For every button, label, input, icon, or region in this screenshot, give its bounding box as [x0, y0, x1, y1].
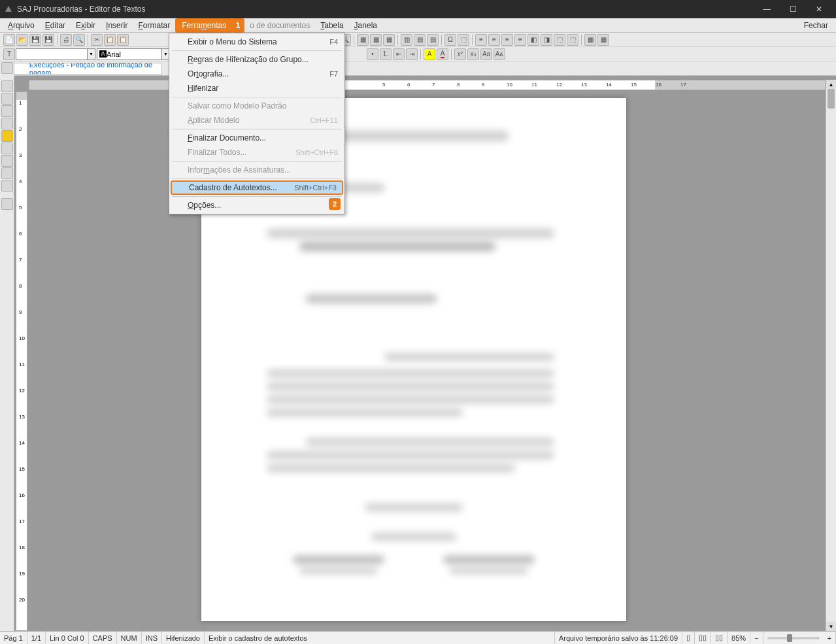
vtool-doc-icon[interactable]: [1, 93, 13, 105]
vtool-tab-icon[interactable]: [1, 62, 13, 74]
wrap-icon[interactable]: ⬚: [554, 34, 565, 46]
ruler-number: 9: [482, 82, 484, 88]
view-multi-icon[interactable]: ▯▯: [695, 632, 711, 644]
menu-exibir[interactable]: Exibir: [71, 20, 101, 31]
nowrap-icon[interactable]: ⬚: [567, 34, 578, 46]
menu-exibir-menu-sistema[interactable]: Exibir o Menu do Sistema F4: [169, 35, 344, 49]
menu-fechar[interactable]: Fechar: [799, 20, 833, 31]
vtool-page-icon[interactable]: [1, 80, 13, 92]
scroll-up-icon[interactable]: ▲: [826, 80, 836, 89]
align-justify-icon[interactable]: ≡: [514, 34, 526, 46]
ruler-number: 12: [556, 82, 562, 88]
ruler-number: 11: [531, 82, 537, 88]
vtool-highlight-icon[interactable]: [1, 130, 13, 142]
numbering-icon[interactable]: 1.: [380, 48, 392, 60]
breadcrumb-path[interactable]: Execuções - Petição de informação de pag…: [12, 63, 162, 75]
open-icon[interactable]: 📂: [16, 34, 28, 46]
status-autosave: Arquivo temporário salvo às 11:26:09: [555, 632, 682, 644]
zoom-in-button[interactable]: +: [824, 632, 836, 644]
view-single-icon[interactable]: ▯: [682, 632, 695, 644]
separator: [581, 35, 582, 45]
vertical-ruler[interactable]: 1234567891011121314151617181920: [16, 92, 27, 631]
font-color-icon[interactable]: A: [437, 48, 448, 60]
indent-dec-icon[interactable]: ⇤: [393, 48, 405, 60]
align-right-icon[interactable]: ≡: [501, 34, 513, 46]
subscript-icon[interactable]: x₂: [467, 48, 479, 60]
status-pos: Lin 0 Col 0: [46, 632, 89, 644]
status-ins[interactable]: INS: [142, 632, 162, 644]
minimize-button[interactable]: —: [754, 0, 780, 18]
borders-icon[interactable]: ▦: [383, 34, 395, 46]
menu-item-label: Exibir o Menu do Sistema: [188, 37, 277, 46]
menu-documentos[interactable]: o de documentos: [244, 20, 315, 31]
vertical-scrollbar[interactable]: ▲ ▼: [826, 80, 836, 631]
highlight-icon[interactable]: A: [424, 48, 435, 60]
grid-icon[interactable]: ▦: [370, 34, 382, 46]
bullets-icon[interactable]: •: [367, 48, 378, 60]
style-dropdown-icon[interactable]: ▼: [88, 48, 95, 60]
superscript-icon[interactable]: x²: [454, 48, 466, 60]
menu-inserir[interactable]: Inserir: [101, 20, 133, 31]
scroll-down-icon[interactable]: ▼: [826, 622, 836, 631]
vtool-stack-icon[interactable]: [1, 180, 13, 192]
smallcaps-icon[interactable]: Aᴀ: [493, 48, 505, 60]
zoom-out-button[interactable]: −: [750, 632, 763, 644]
menu-item-label: Hifenizar: [188, 84, 218, 93]
maximize-button[interactable]: ☐: [780, 0, 806, 18]
vtool-paste-icon[interactable]: [1, 143, 13, 154]
style-combo[interactable]: [16, 48, 88, 60]
cut-icon[interactable]: ✂: [91, 34, 103, 46]
horizontal-ruler[interactable]: 567891011121314151617: [29, 80, 826, 90]
print-icon[interactable]: 🖨: [60, 34, 72, 46]
menu-opcoes[interactable]: Opções...: [169, 198, 344, 212]
align-left-icon[interactable]: ≡: [475, 34, 487, 46]
vtool-grid-icon[interactable]: [1, 118, 13, 129]
close-button[interactable]: ✕: [806, 0, 832, 18]
menu-janela[interactable]: Janela: [349, 20, 382, 31]
status-page[interactable]: Pág 1: [0, 632, 27, 644]
menu-editar[interactable]: Editar: [40, 20, 71, 31]
image-left-icon[interactable]: ◧: [527, 34, 539, 46]
uppercase-icon[interactable]: Aa: [480, 48, 492, 60]
save-icon[interactable]: 💾: [29, 34, 41, 46]
scrollbar-thumb[interactable]: [828, 89, 835, 109]
new-doc-icon[interactable]: 📄: [3, 34, 15, 46]
menu-regras-hifenizacao[interactable]: Regras de Hifenização do Grupo...: [169, 52, 344, 67]
indent-inc-icon[interactable]: ⇥: [406, 48, 418, 60]
menu-cadastro-autotextos[interactable]: Cadastro de Autotextos... Shift+Ctrl+F3: [171, 180, 343, 195]
zoom-handle[interactable]: [787, 634, 792, 642]
save-all-icon[interactable]: 💾: [42, 34, 54, 46]
vtool-list-icon[interactable]: [1, 105, 13, 117]
menu-hifenizar[interactable]: Hifenizar: [169, 81, 344, 95]
menu-arquivo[interactable]: Arquivo: [3, 20, 40, 31]
field-icon[interactable]: ⬚: [458, 34, 469, 46]
table-insert-icon[interactable]: ▦: [584, 34, 596, 46]
view-book-icon[interactable]: ▯▯: [711, 632, 727, 644]
print-preview-icon[interactable]: 🔍: [73, 34, 85, 46]
vtool-sign-icon[interactable]: [1, 167, 13, 179]
vtool-bookmark-icon[interactable]: [1, 198, 13, 210]
text-style-icon[interactable]: T: [3, 48, 15, 60]
table-delete-icon[interactable]: ▦: [597, 34, 609, 46]
table-icon[interactable]: ▦: [357, 34, 369, 46]
menu-formatar[interactable]: Formatar: [133, 20, 175, 31]
align-center-icon[interactable]: ≡: [488, 34, 500, 46]
font-name: Arial: [107, 50, 121, 58]
vtool-link-icon[interactable]: [1, 155, 13, 167]
special-char-icon[interactable]: Ω: [444, 34, 456, 46]
menu-finalizar-documento[interactable]: Finalizar Documento...: [169, 131, 344, 145]
header-icon[interactable]: ▤: [414, 34, 426, 46]
paste-icon[interactable]: 📋: [117, 34, 129, 46]
separator: [472, 35, 473, 45]
menu-tabela[interactable]: Tabela: [315, 20, 348, 31]
font-combo[interactable]: 🅰 Arial: [97, 48, 162, 60]
image-right-icon[interactable]: ◨: [541, 34, 552, 46]
menu-ortografia[interactable]: Ortografia... F7: [169, 67, 344, 81]
menu-shortcut: F7: [329, 70, 338, 78]
menu-ferramentas[interactable]: Ferramentas: [175, 18, 233, 33]
copy-icon[interactable]: 📋: [104, 34, 116, 46]
status-zoom[interactable]: 85%: [727, 632, 750, 644]
columns-icon[interactable]: ▥: [401, 34, 412, 46]
zoom-slider[interactable]: [767, 637, 820, 639]
footer-icon[interactable]: ▤: [427, 34, 439, 46]
